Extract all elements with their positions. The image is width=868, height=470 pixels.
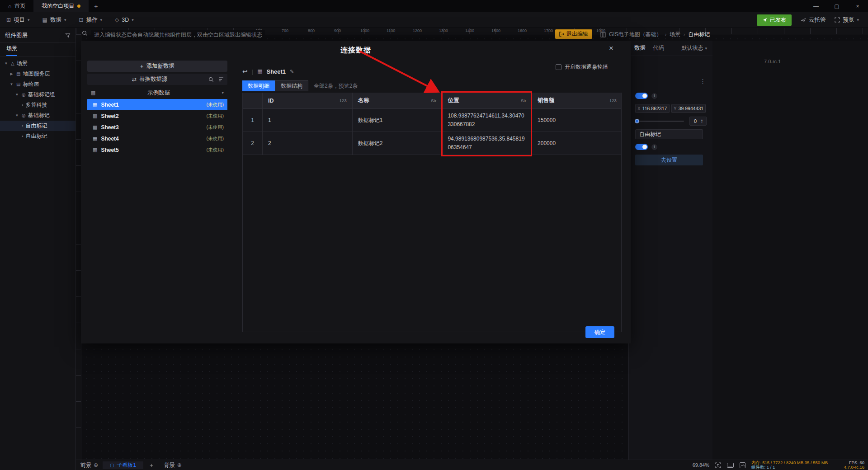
sheet-list-item[interactable]: ▦ Sheet4 (未使用) (87, 133, 227, 144)
tree-label: 多算科技 (26, 101, 47, 109)
minimize-button[interactable]: — (806, 0, 826, 12)
tab-code[interactable]: 代码 (653, 44, 664, 52)
value-stepper[interactable]: ▲▼ (689, 117, 707, 126)
collapse-arrow-icon[interactable]: ▶ (9, 72, 14, 76)
home-tab-label: 首页 (14, 2, 25, 10)
x-coordinate-field[interactable]: X (635, 104, 670, 113)
new-tab-button[interactable]: + (89, 0, 103, 12)
y-coordinate-field[interactable]: Y (671, 104, 706, 113)
tree-item-scene[interactable]: ▼ △ 场景 (0, 58, 75, 69)
tab-home[interactable]: ⌂ 首页 (0, 0, 33, 12)
state-label: 默认状态 (681, 44, 703, 52)
list-tools (208, 77, 224, 82)
column-label: 名称 (358, 97, 369, 104)
column-type-icon: 123 (340, 98, 347, 103)
filter-lines-icon[interactable] (218, 77, 224, 82)
breadcrumb-root[interactable]: GIS电子地图（基础） (609, 31, 662, 38)
carousel-checkbox[interactable] (556, 64, 561, 70)
menu-project[interactable]: ⊞ 项目 ▾ (6, 16, 30, 24)
filter-funnel-icon[interactable] (65, 33, 71, 38)
expand-arrow-icon[interactable]: ▼ (4, 61, 9, 66)
foreground-group[interactable]: 前景 ⊕ (76, 461, 103, 469)
tab-scene[interactable]: 场景 (0, 43, 75, 56)
sheet-status: (未使用) (207, 124, 224, 131)
sheet-status: (未使用) (207, 102, 224, 108)
toggle-switch[interactable] (635, 144, 648, 150)
more-options-icon[interactable]: ⋮ (700, 78, 706, 85)
state-selector[interactable]: 默认状态 ▾ (681, 44, 707, 52)
preview-button[interactable]: 预览 ▾ (835, 16, 859, 24)
tree-item-basic-marker-group[interactable]: ▼ ◎ 基础标记组 (0, 89, 75, 100)
marker-name-input[interactable] (635, 129, 703, 139)
property-panel: 数据 代码 默认状态 ▾ ⋮ 1 X Y (628, 41, 712, 460)
maximize-button[interactable]: ▢ (826, 0, 847, 12)
tree-item-map-service-layer[interactable]: ▶ ▤ 地图服务层 (0, 69, 75, 79)
keyboard-shortcuts-icon[interactable] (727, 463, 734, 468)
y-input[interactable] (679, 106, 703, 111)
close-window-button[interactable]: × (847, 0, 868, 12)
bullet-icon: • (22, 134, 24, 139)
close-modal-icon[interactable]: × (609, 44, 613, 52)
menu-actions[interactable]: ⊡ 操作 ▾ (79, 16, 102, 24)
tab-subboard-1[interactable]: ▢ 子看板1 (103, 461, 143, 469)
stepper-arrows[interactable]: ▲▼ (701, 119, 703, 123)
replace-source-button[interactable]: ⇄ 替换数据源 (91, 75, 208, 83)
toggle-switch[interactable] (635, 93, 648, 99)
slider-knob[interactable] (635, 119, 639, 123)
tab-data[interactable]: 数据 (634, 44, 646, 52)
x-input[interactable] (642, 106, 667, 111)
search-icon[interactable] (82, 30, 88, 36)
carousel-option[interactable]: 开启数据逐条轮播 (556, 63, 608, 71)
chevron-down-icon: ▾ (28, 18, 30, 22)
cloud-hosting-button[interactable]: 云托管 (801, 16, 826, 24)
background-label: 背景 (164, 461, 175, 469)
board-icon: ▢ (110, 463, 114, 468)
menubar: ⊞ 项目 ▾ ▤ 数据 ▾ ⊡ 操作 ▾ ◇ 3D ▾ 已发布 云托管 (0, 12, 868, 28)
background-group[interactable]: 背景 ⊕ (160, 461, 186, 469)
expand-arrow-icon[interactable]: ▼ (14, 93, 19, 97)
published-button[interactable]: 已发布 (757, 14, 792, 26)
breadcrumb-middle[interactable]: 场景 (670, 31, 680, 38)
expand-arrow-icon[interactable]: ▼ (9, 82, 14, 86)
zoom-level[interactable]: 69.84% (693, 462, 709, 468)
add-new-data-button[interactable]: + 添加新数据 (87, 61, 227, 72)
add-board-button[interactable]: + (143, 462, 160, 469)
tree-item-free-marker-1[interactable]: • 自由标记 (0, 121, 75, 131)
add-circle-icon[interactable]: ⊕ (177, 462, 182, 468)
tab-data-structure[interactable]: 数据结构 (275, 80, 308, 91)
menu-3d[interactable]: ◇ 3D ▾ (115, 17, 134, 23)
confirm-button[interactable]: 确定 (585, 326, 614, 338)
tab-data-detail[interactable]: 数据明细 (242, 80, 275, 91)
expand-arrow-icon[interactable]: ▼ (14, 113, 19, 118)
search-icon[interactable] (208, 77, 214, 82)
back-icon[interactable]: ↩ (242, 68, 248, 75)
rotation-slider-row: ▲▼ (635, 117, 708, 126)
add-circle-icon[interactable]: ⊕ (94, 462, 98, 468)
sheet-name: Sheet5 (101, 147, 118, 153)
ruler-number: 800 (308, 28, 334, 33)
sheet-list-item[interactable]: ▦ Sheet3 (未使用) (87, 122, 227, 133)
fit-view-icon[interactable] (715, 462, 721, 468)
edit-icon[interactable]: ✎ (290, 69, 294, 75)
export-image-icon[interactable] (740, 462, 745, 468)
column-type-icon: 123 (609, 98, 617, 103)
exit-edit-button[interactable]: 退出编辑 (555, 29, 592, 39)
tree-item-plot-layer[interactable]: ▼ ▤ 标绘层 (0, 79, 75, 89)
sheet-list-item[interactable]: ▦ Sheet5 (未使用) (87, 144, 227, 155)
tree-item-duosuan-tech[interactable]: • 多算科技 (0, 100, 75, 110)
column-header: ID 123 (263, 93, 353, 108)
stepper-input[interactable] (690, 118, 701, 124)
tree-label: 场景 (17, 60, 28, 67)
slider-track[interactable] (635, 121, 684, 122)
sample-data-group[interactable]: ▦ 示例数据 ▾ (87, 87, 227, 98)
column-label: ID (268, 98, 274, 104)
sheet-list-item[interactable]: ▦ Sheet2 (未使用) (87, 110, 227, 122)
x-label: X (637, 106, 641, 111)
tab-project[interactable]: 我的空白项目 (33, 0, 89, 12)
sheet-list-item[interactable]: ▦ Sheet1 (未使用) (87, 99, 227, 110)
name-cell: 数据标记2 (353, 132, 443, 155)
tree-item-basic-marker[interactable]: ▼ ◎ 基础标记 (0, 110, 75, 121)
menu-data[interactable]: ▤ 数据 ▾ (42, 16, 66, 24)
tree-item-free-marker-2[interactable]: • 自由标记 (0, 131, 75, 141)
go-to-settings-button[interactable]: 去设置 (635, 155, 703, 165)
